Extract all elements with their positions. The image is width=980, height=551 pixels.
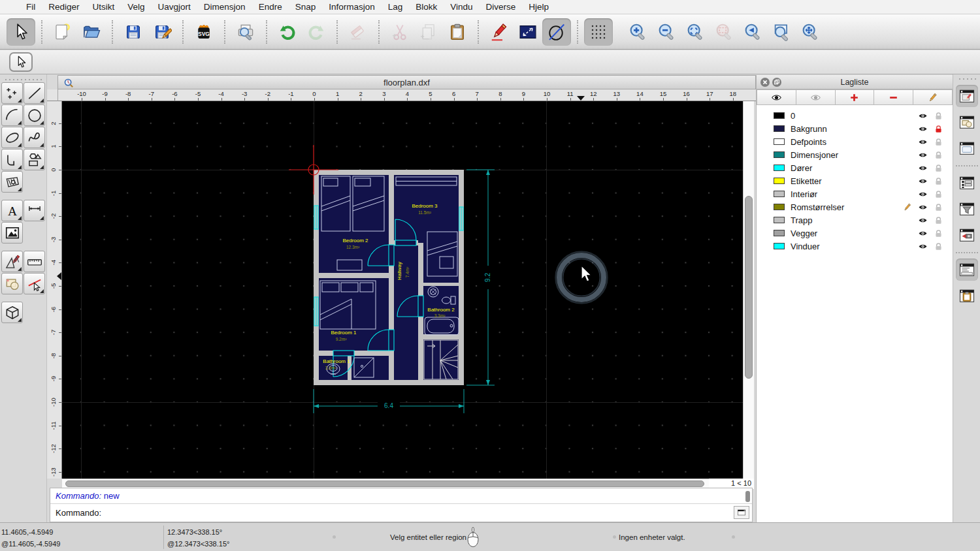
zoom-out-button[interactable] (652, 18, 681, 46)
layer-row-Bakgrunn[interactable]: Bakgrunn (757, 122, 953, 135)
ellipse-tool-button[interactable] (1, 127, 23, 148)
layer-visibility-eye-icon[interactable] (918, 228, 928, 238)
document-titlebar[interactable]: floorplan.dxf (57, 75, 756, 89)
new-document-button[interactable] (48, 18, 77, 46)
menu-utsikt[interactable]: Utsikt (86, 0, 122, 14)
horizontal-scrollbar-handle[interactable] (65, 480, 704, 487)
add-layer-button[interactable] (836, 89, 875, 105)
zoom-auto-button[interactable] (681, 18, 710, 46)
redo-button[interactable] (302, 18, 331, 46)
dock-command-button[interactable] (956, 259, 978, 281)
layer-row-Dimensjoner[interactable]: Dimensjoner (757, 148, 953, 161)
menu-lag[interactable]: Lag (382, 0, 410, 14)
menu-diverse[interactable]: Diverse (480, 0, 523, 14)
menu-vindu[interactable]: Vindu (444, 0, 479, 14)
layer-row-Defpoints[interactable]: Defpoints (757, 135, 953, 148)
palette-drag-handle[interactable] (4, 76, 42, 81)
layer-row-Etiketter[interactable]: Etiketter (757, 174, 953, 187)
layer-visibility-eye-icon[interactable] (918, 163, 928, 173)
hide-all-layers-button[interactable] (796, 89, 836, 105)
measure-tool-button[interactable] (24, 251, 45, 272)
menu-rediger[interactable]: Rediger (42, 0, 86, 14)
dock-clipboard-button[interactable] (956, 285, 978, 307)
layer-row-Romstørrelser[interactable]: Romstørrelser (757, 200, 953, 213)
layer-lock-icon[interactable] (934, 189, 943, 199)
layer-visibility-eye-icon[interactable] (918, 137, 928, 147)
block-tool-button[interactable] (1, 273, 23, 294)
layer-visibility-eye-icon[interactable] (918, 242, 928, 251)
vertical-scrollbar-handle[interactable] (745, 196, 753, 379)
hatch-tool-button[interactable] (1, 171, 23, 193)
menu-uavgjort[interactable]: Uavgjort (152, 0, 197, 14)
layer-row-Dører[interactable]: Dører (757, 161, 953, 174)
text-tool-button[interactable]: A (1, 200, 23, 221)
line-rect-button[interactable] (514, 18, 542, 46)
zoom-previous-button[interactable] (738, 18, 767, 46)
open-folder-button[interactable] (77, 18, 106, 46)
layer-row-Vegger[interactable]: Vegger (757, 227, 953, 240)
draw-pencil-button[interactable] (485, 18, 514, 46)
zoom-in-button[interactable] (623, 18, 652, 46)
circle-tool-button[interactable] (24, 104, 45, 126)
edit-layer-button[interactable] (913, 89, 953, 105)
selection-arrow-button[interactable] (7, 18, 35, 46)
dock-filter-button[interactable] (956, 198, 978, 220)
points-tool-button[interactable] (1, 82, 23, 104)
arc-tool-button[interactable] (1, 104, 23, 126)
menu-velg[interactable]: Velg (121, 0, 151, 14)
solid3d-tool-button[interactable] (1, 302, 23, 323)
close-icon[interactable] (760, 78, 770, 87)
svg-export-button[interactable]: SVG (189, 18, 218, 46)
layer-visibility-eye-icon[interactable] (918, 150, 928, 160)
eraser-button[interactable] (344, 18, 372, 46)
cut-button[interactable] (385, 18, 414, 46)
dock-layers-button[interactable] (956, 85, 978, 107)
circle-slash-button[interactable] (542, 18, 571, 46)
layer-row-0[interactable]: 0 (757, 109, 953, 122)
remove-layer-button[interactable] (874, 89, 913, 105)
layer-row-Vinduer[interactable]: Vinduer (757, 240, 953, 253)
menu-dimensjon[interactable]: Dimensjon (197, 0, 252, 14)
undo-button[interactable] (273, 18, 302, 46)
layer-lock-icon[interactable] (934, 111, 943, 121)
menu-fil[interactable]: Fil (20, 0, 42, 14)
menu-hjelp[interactable]: Hjelp (522, 0, 555, 14)
menu-informasjon[interactable]: Informasjon (322, 0, 382, 14)
paste-button[interactable] (443, 18, 472, 46)
dock-drag-handle[interactable] (958, 77, 976, 81)
layer-lock-icon[interactable] (934, 242, 943, 251)
grid-button[interactable] (584, 18, 613, 46)
layer-lock-icon[interactable] (934, 202, 943, 212)
layer-row-Interiør[interactable]: Interiør (757, 187, 953, 200)
shapes-tool-button[interactable] (24, 149, 45, 170)
command-input[interactable]: Kommando: (50, 504, 752, 522)
layer-lock-icon[interactable] (934, 215, 943, 225)
modify-tool-button[interactable] (1, 251, 23, 272)
dock-blocks-button[interactable] (956, 111, 978, 133)
layer-lock-icon[interactable] (934, 124, 943, 134)
save-button[interactable] (119, 18, 148, 46)
zoom-selection-button[interactable] (710, 18, 738, 46)
detach-icon[interactable] (772, 78, 781, 87)
dock-library-button[interactable] (956, 137, 978, 159)
layer-lock-icon[interactable] (934, 176, 943, 186)
drawing-canvas[interactable]: Bedroom 3 11.5m² Bedroom 2 12.3m² Hallwa… (62, 101, 743, 479)
layer-visibility-eye-icon[interactable] (918, 202, 928, 212)
layer-lock-icon[interactable] (934, 163, 943, 173)
layer-visibility-eye-icon[interactable] (918, 176, 928, 186)
zoom-pan-button[interactable] (796, 18, 825, 46)
menu-snap[interactable]: Snap (289, 0, 323, 14)
horizontal-scrollbar[interactable] (62, 479, 709, 488)
copy-button[interactable] (414, 18, 443, 46)
layer-lock-icon[interactable] (934, 228, 943, 238)
line-tool-button[interactable] (24, 82, 45, 104)
layer-visibility-eye-icon[interactable] (918, 124, 928, 134)
layer-visibility-eye-icon[interactable] (918, 215, 928, 225)
image-tool-button[interactable] (1, 222, 23, 244)
spline-tool-button[interactable] (24, 127, 45, 148)
menu-blokk[interactable]: Blokk (409, 0, 444, 14)
attributes-tool-button[interactable] (24, 273, 45, 294)
dimension-tool-button[interactable] (24, 200, 45, 221)
zoom-window-button[interactable] (767, 18, 796, 46)
layer-lock-icon[interactable] (934, 137, 943, 147)
